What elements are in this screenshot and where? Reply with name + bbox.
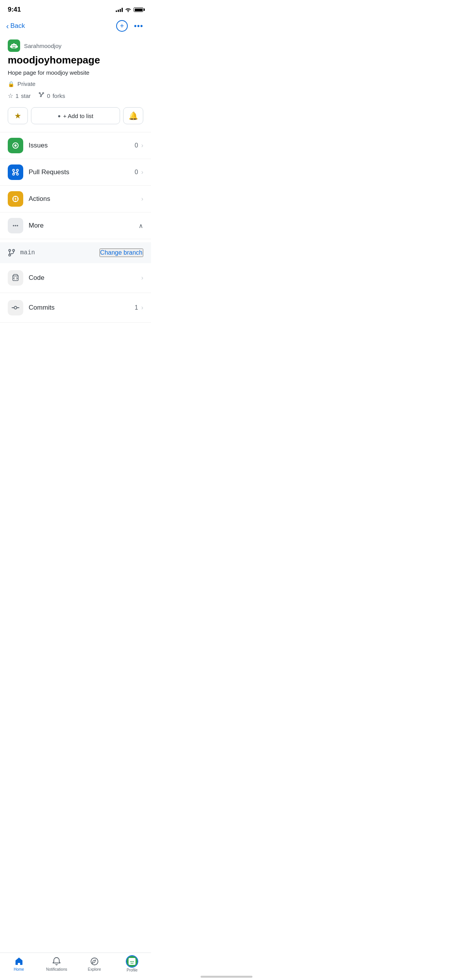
signal-icon — [116, 7, 123, 12]
owner-avatar — [8, 39, 20, 52]
actions-icon — [11, 195, 20, 203]
svg-rect-6 — [12, 47, 15, 48]
fork-icon — [38, 92, 45, 99]
commits-chevron-icon: › — [141, 304, 143, 311]
branch-info: main — [8, 249, 35, 257]
svg-point-9 — [14, 144, 17, 147]
branch-name: main — [20, 249, 35, 256]
back-button[interactable]: ‹ Back — [6, 22, 25, 31]
pull-requests-count: 0 — [135, 169, 138, 176]
branch-icon — [8, 249, 15, 257]
svg-rect-4 — [10, 46, 11, 48]
pull-requests-menu-item[interactable]: Pull Requests 0 › — [0, 159, 151, 186]
code-label: Code — [29, 274, 141, 282]
commits-icon — [11, 303, 20, 312]
visibility-label: Private — [17, 81, 36, 87]
code-items: Code › Commits 1 › — [0, 263, 151, 323]
stars-stat[interactable]: ☆ 1 star — [8, 92, 31, 99]
repo-description: Hope page for moodjoy website — [8, 69, 143, 76]
pull-requests-icon — [11, 168, 20, 176]
svg-point-18 — [17, 225, 18, 226]
lock-icon: 🔒 — [8, 81, 14, 87]
more-chevron-icon: ∧ — [139, 222, 143, 230]
pull-requests-label: Pull Requests — [29, 168, 135, 176]
change-branch-button[interactable]: Change branch — [100, 248, 143, 257]
status-time: 9:41 — [8, 6, 21, 14]
stars-label: star — [21, 93, 31, 99]
wifi-icon — [125, 7, 131, 12]
forks-stat[interactable]: 0 forks — [38, 92, 65, 99]
actions-icon-wrap — [8, 191, 23, 207]
status-bar: 9:41 — [0, 0, 151, 17]
commits-count: 1 — [135, 304, 138, 311]
battery-icon — [134, 7, 143, 12]
nav-bar: ‹ Back + ••• — [0, 17, 151, 36]
issues-menu-item[interactable]: Issues 0 › — [0, 132, 151, 159]
actions-label: Actions — [29, 195, 141, 203]
notification-button[interactable]: 🔔 — [123, 107, 143, 124]
owner-row: Sarahmoodjoy — [8, 39, 143, 52]
code-icon — [11, 274, 20, 282]
action-buttons: ★ ● + Add to list 🔔 — [8, 107, 143, 124]
forks-count: 0 — [47, 93, 50, 99]
commits-label: Commits — [29, 304, 135, 312]
actions-chevron-icon: › — [141, 195, 143, 202]
add-list-icon: ● — [58, 113, 61, 119]
back-chevron-icon: ‹ — [6, 22, 9, 31]
issues-icon-wrap — [8, 138, 23, 153]
more-icon — [11, 221, 20, 230]
add-to-list-button[interactable]: ● + Add to list — [31, 107, 120, 124]
star-filled-icon: ★ — [14, 111, 21, 120]
issues-chevron-icon: › — [141, 142, 143, 149]
repo-header: Sarahmoodjoy moodjoyhomepage Hope page f… — [0, 36, 151, 99]
svg-point-17 — [15, 225, 16, 226]
branch-section: main Change branch — [0, 242, 151, 263]
stars-count: 1 — [15, 93, 19, 99]
issues-icon — [11, 141, 20, 150]
nav-actions: + ••• — [116, 20, 143, 32]
repo-name: moodjoyhomepage — [8, 54, 143, 66]
forks-label: forks — [53, 93, 65, 99]
commits-menu-item[interactable]: Commits 1 › — [0, 293, 151, 323]
star-icon: ☆ — [8, 92, 13, 99]
svg-rect-3 — [13, 43, 15, 45]
menu-section: Issues 0 › Pull Requests 0 › — [0, 132, 151, 239]
code-menu-item[interactable]: Code › — [0, 263, 151, 293]
svg-rect-1 — [12, 45, 14, 46]
actions-menu-item[interactable]: Actions › — [0, 186, 151, 212]
star-button[interactable]: ★ — [8, 107, 28, 124]
pull-requests-chevron-icon: › — [141, 169, 143, 176]
back-label: Back — [10, 22, 25, 30]
more-menu-item[interactable]: More ∧ — [0, 212, 151, 239]
more-options-button[interactable]: ••• — [134, 22, 143, 31]
svg-point-15 — [15, 198, 16, 200]
more-label: More — [29, 222, 139, 230]
svg-point-16 — [13, 225, 14, 226]
pull-requests-icon-wrap — [8, 164, 23, 180]
owner-name: Sarahmoodjoy — [24, 43, 62, 49]
svg-rect-5 — [17, 46, 18, 48]
stats-row: ☆ 1 star 0 forks — [8, 92, 143, 99]
more-icon-wrap — [8, 218, 23, 233]
issues-count: 0 — [135, 142, 138, 149]
code-icon-wrap — [8, 270, 23, 286]
svg-point-22 — [14, 307, 17, 309]
code-chevron-icon: › — [141, 274, 143, 281]
owner-avatar-icon — [10, 41, 18, 50]
plus-icon: + — [120, 22, 124, 30]
svg-rect-2 — [14, 45, 15, 46]
status-icons — [116, 7, 143, 12]
dots-icon: ••• — [134, 22, 143, 30]
commits-icon-wrap — [8, 300, 23, 315]
add-button[interactable]: + — [116, 20, 128, 32]
visibility-row: 🔒 Private — [8, 81, 143, 87]
issues-label: Issues — [29, 142, 135, 149]
change-branch-label: Change branch — [100, 249, 142, 256]
bell-icon: 🔔 — [129, 111, 138, 120]
svg-point-13 — [17, 173, 19, 175]
add-list-label: + Add to list — [63, 113, 93, 119]
